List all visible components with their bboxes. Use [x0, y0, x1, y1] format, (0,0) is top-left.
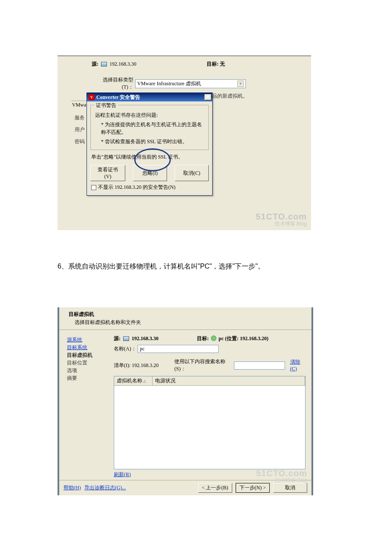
converter-dialog-screenshot: 源: 192.168.3.30 目标: 无 选择目标类型(T)： VMware … [58, 55, 311, 230]
nav-target-vm: 目标虚拟机 [67, 351, 108, 359]
view-cert-button[interactable]: 查看证书(V) [90, 165, 125, 181]
monitor-icon [123, 336, 129, 341]
warn-line3: * 尝试检查服务器的 SSL 证书时出错。 [95, 138, 204, 145]
nav-target-location: 目标位置 [67, 359, 108, 367]
tgt-val2: pc (位置: 192.168.3.20) [219, 335, 268, 341]
vm-name-input[interactable] [138, 345, 219, 353]
chevron-down-icon: ▼ [237, 81, 244, 87]
nav-source-system[interactable]: 源系统 [67, 336, 108, 344]
nav-options: 选项 [67, 367, 108, 374]
ignore-button[interactable]: 忽略(I) [133, 165, 167, 181]
group-title: 证书警告 [94, 102, 118, 109]
step-6-text: 6、系统自动识别出要迁移物理机，计算机名叫"PC"，选择"下一步"。 [58, 262, 392, 271]
wizard-footer: 帮助(H) 导出诊断日志(G)... < 上一步(B) 下一步(N) > 取消 [59, 480, 311, 495]
col-power[interactable]: 电源状况 [153, 376, 305, 385]
target-type-dropdown[interactable]: VMware Infrastructure 虚拟机 ▼ [135, 79, 246, 88]
nav-target-system[interactable]: 目标系统 [67, 344, 108, 351]
target-vm-wizard: 目标虚拟机 选择目标虚拟机名称和文件夹 源系统 目标系统 目标虚拟机 目标位置 … [58, 307, 313, 495]
col-vm-name[interactable]: 虚拟机名称 [114, 376, 153, 385]
warn-line2: * 为连接提供的主机名与主机证书上的主题名称不匹配。 [95, 121, 204, 136]
cancel-button[interactable]: 取消(C) [175, 165, 209, 181]
src-ip2: 192.168.3.30 [132, 335, 159, 341]
target-label: 目标: 无 [207, 61, 225, 68]
wizard-header: 目标虚拟机 选择目标虚拟机名称和文件夹 [59, 307, 311, 330]
back-button[interactable]: < 上一步(B) [198, 483, 232, 493]
refresh-link[interactable]: 刷新(R) [114, 471, 131, 477]
export-log-link[interactable]: 导出诊断日志(G)... [84, 484, 126, 491]
next-button[interactable]: 下一步(N) > [236, 483, 270, 493]
name-label: 名称(A)： [114, 345, 138, 353]
wizard-subtitle: 选择目标虚拟机名称和文件夹 [69, 319, 311, 326]
search-input[interactable] [234, 361, 285, 370]
suppress-label: 不显示 192.168.3.20 的安全警告(N) [98, 184, 176, 191]
list-label: 清单(I): 192.168.3.20 [114, 362, 172, 369]
source-ip: 192.168.3.30 [110, 61, 136, 67]
globe-icon [211, 335, 216, 341]
src-label2: 源: [114, 335, 121, 341]
dialog-titlebar[interactable]: V Converter 安全警告 ✕ [87, 93, 212, 101]
dropdown-value: VMware Infrastructure 虚拟机 [137, 80, 201, 87]
clear-link[interactable]: 清除(C) [290, 358, 306, 372]
cert-warning-group: 证书警告 远程主机证书存在这些问题: * 为连接提供的主机名与主机证书上的主题名… [90, 105, 209, 150]
dialog-title: Converter 安全警告 [96, 94, 140, 101]
suppress-checkbox[interactable] [91, 185, 96, 190]
tgt-label2: 目标: [197, 335, 209, 341]
vmware-icon: V [89, 94, 95, 100]
watermark: 51CTO.com 技术博客 Blog [256, 212, 307, 227]
wizard-nav: 源系统 目标系统 目标虚拟机 目标位置 选项 摘要 [59, 330, 110, 480]
help-link[interactable]: 帮助(H) [63, 484, 81, 491]
side-labels: 服务 用户 密码 [75, 112, 85, 147]
warn-line1: 远程主机证书存在这些问题: [95, 111, 204, 119]
security-warning-dialog: V Converter 安全警告 ✕ 证书警告 远程主机证书存在这些问题: * … [86, 92, 213, 196]
target-type-label: 选择目标类型(T)： [92, 76, 135, 91]
cancel-button-2[interactable]: 取消 [273, 483, 307, 493]
vmware-fieldset-fragment: VMwa [71, 101, 86, 108]
wizard-title: 目标虚拟机 [69, 311, 311, 318]
source-label: 源: [92, 61, 98, 67]
continue-hint: 单击"忽略"以继续使用当前的 SSL 证书。 [91, 153, 208, 161]
close-icon[interactable]: ✕ [205, 94, 211, 100]
nav-summary: 摘要 [67, 374, 108, 382]
search-label: 使用以下内容搜索名称(S)： [174, 358, 231, 373]
vm-table[interactable]: 虚拟机名称 电源状况 [114, 376, 306, 469]
monitor-icon [101, 62, 107, 66]
